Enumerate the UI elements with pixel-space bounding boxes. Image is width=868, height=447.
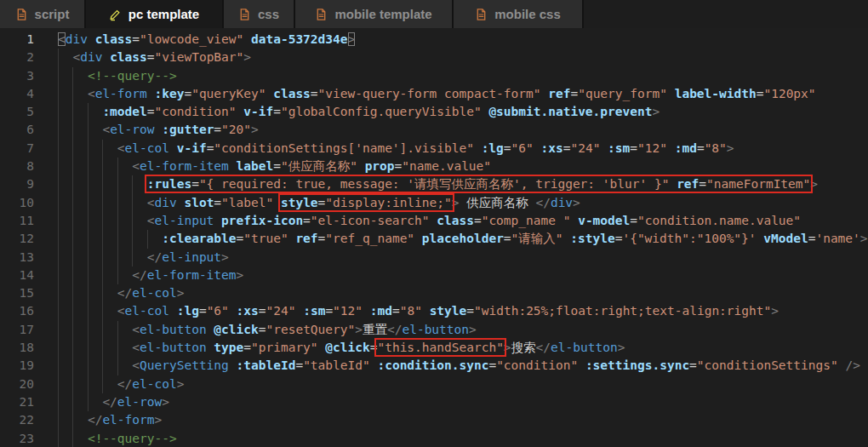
code-token: "queryKey" [191, 87, 266, 100]
indent-guide [58, 339, 59, 357]
code-token: el-form [95, 87, 147, 100]
code-token: :lg [177, 304, 199, 318]
code-token [578, 358, 585, 372]
code-token: > [237, 268, 244, 282]
code-text: <el-input prefix-icon="el-icon-search" c… [58, 214, 801, 227]
code-token: div [155, 196, 177, 209]
indent-guide [72, 85, 73, 103]
code-editor[interactable]: 1<div class="lowcode_view" data-5372d34e… [0, 28, 868, 447]
indent-guide [72, 212, 73, 230]
indent-guide [88, 175, 89, 193]
code-line: 19 <QuerySetting :tableId="tableId" :con… [0, 357, 868, 375]
code-token: :key [155, 87, 185, 100]
indent-guide [58, 393, 59, 411]
indent-guide [58, 175, 59, 193]
code-token: :clearable [162, 232, 236, 245]
code-line: 23 <!--query--> [0, 430, 868, 447]
code-token: "lowcode_view" [140, 32, 243, 46]
file-icon [15, 8, 28, 21]
code-token [169, 304, 177, 318]
indent-guide [117, 339, 118, 357]
code-token: "tableId" [303, 358, 370, 372]
code-token: = [488, 358, 496, 372]
line-content: <div class="viewTopBar"> [58, 49, 868, 66]
code-token: > [652, 105, 660, 118]
code-token: ref [295, 232, 317, 245]
indent-guide [88, 393, 89, 411]
code-token [357, 159, 365, 173]
code-token [295, 304, 303, 318]
code-line: 7 <el-col v-if="conditionSettings['name'… [0, 140, 868, 158]
indent-guide [58, 357, 59, 375]
code-token: = [630, 214, 637, 227]
code-token [88, 32, 95, 46]
indent-guide [72, 67, 73, 85]
code-token: = [392, 304, 400, 318]
code-token: > [573, 196, 580, 209]
code-token: vModel [763, 232, 808, 245]
code-text: :clearable="true" ref="ref_q_name" place… [58, 232, 868, 245]
pencil-icon [109, 8, 122, 21]
code-line: 1<div class="lowcode_view" data-5372d34e… [0, 31, 868, 49]
code-token: el-input [162, 250, 221, 264]
tab-pc-template[interactable]: pc template [86, 0, 224, 28]
code-text: <el-button type="primary" @click="this.h… [58, 341, 625, 354]
line-content: <el-input prefix-icon="el-icon-search" c… [58, 212, 868, 230]
indent-guide [102, 266, 103, 284]
code-token: </ [117, 286, 132, 300]
code-token: :style [570, 232, 614, 245]
indent-guide [72, 175, 73, 193]
indent-guide [117, 230, 118, 248]
line-number: 19 [0, 357, 34, 375]
indent-guide [72, 430, 73, 447]
code-token: "true" [243, 232, 288, 245]
code-token: class [95, 32, 133, 46]
code-token: ref [677, 177, 699, 191]
tab-css[interactable]: css [224, 0, 295, 28]
code-token: :xs [541, 141, 563, 155]
code-line: 16 <el-col :lg="6" :xs="24" :sm="12" :md… [0, 302, 868, 320]
code-token [169, 141, 177, 155]
line-number: 3 [0, 67, 34, 85]
code-token [570, 214, 578, 227]
code-token: ref [548, 87, 570, 100]
file-icon [475, 8, 488, 21]
tab-script[interactable]: script [0, 0, 86, 28]
code-token [147, 87, 155, 100]
indent-guide [72, 357, 73, 375]
code-token: < [117, 141, 125, 155]
code-token: </ [102, 395, 117, 409]
code-token [155, 123, 163, 136]
code-token: :lg [482, 141, 504, 155]
code-token: > [177, 286, 185, 300]
editor-tab-bar: script pc template css mobile template m… [0, 0, 868, 28]
code-token [667, 87, 675, 100]
line-content: <!--query--> [58, 67, 868, 85]
code-token: "24" [266, 304, 296, 318]
tab-mobile-css[interactable]: mobile css [454, 0, 584, 28]
code-token: = [325, 304, 333, 318]
line-number: 7 [0, 140, 34, 158]
tab-mobile-template[interactable]: mobile template [295, 0, 454, 28]
code-text: <!--query--> [58, 432, 177, 445]
code-token: :xs [237, 304, 259, 318]
indent-guide [102, 249, 103, 266]
code-token: > [251, 123, 259, 136]
code-token [669, 177, 677, 191]
code-token: prop [365, 159, 395, 173]
indent-guide [58, 140, 59, 158]
code-text: <div class="viewTopBar"> [58, 50, 251, 64]
indent-guide [88, 140, 89, 158]
code-token: "globalConfig.queryVisible" [281, 105, 482, 118]
line-number: 21 [0, 393, 34, 411]
code-token: = [273, 159, 281, 173]
code-token: "primary" [251, 341, 318, 354]
code-token: "120px" [763, 87, 815, 100]
indent-guide [102, 158, 103, 175]
line-number: 4 [0, 85, 34, 103]
code-line: 3 <!--query--> [0, 67, 868, 85]
indent-guide [58, 284, 59, 302]
indent-guide [132, 249, 133, 266]
code-token: :condition.sync [377, 358, 488, 372]
code-token: </ [536, 341, 551, 354]
